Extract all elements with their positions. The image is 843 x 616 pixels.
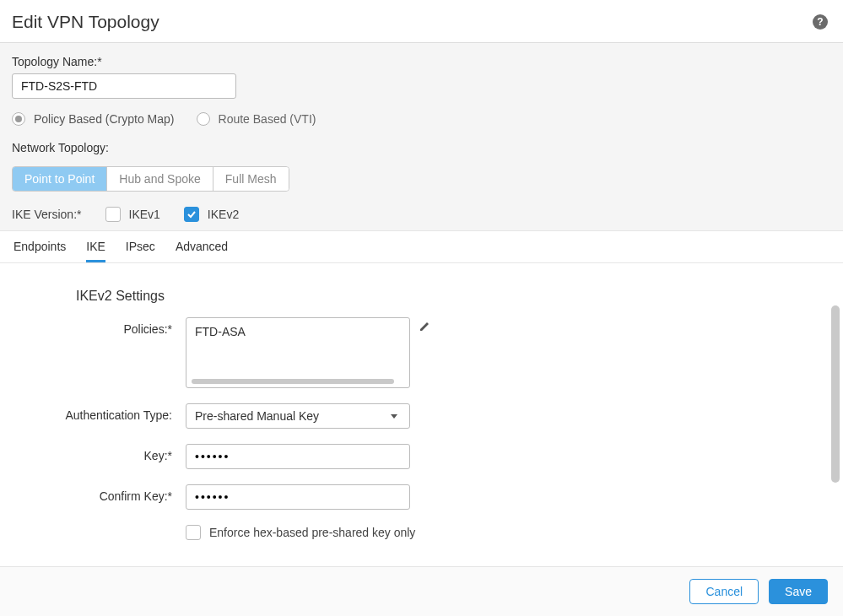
- confirm-key-label: Confirm Key:*: [0, 484, 186, 503]
- tab-advanced[interactable]: Advanced: [176, 231, 228, 262]
- network-topology-label: Network Topology:: [12, 141, 831, 154]
- network-topology-segmented: Point to Point Hub and Spoke Full Mesh: [12, 166, 289, 192]
- route-based-label: Route Based (VTI): [219, 112, 316, 126]
- ikev1-label: IKEv1: [129, 208, 160, 221]
- ikev2-label: IKEv2: [208, 208, 239, 221]
- cancel-button[interactable]: Cancel: [689, 579, 759, 604]
- key-input[interactable]: [186, 444, 410, 469]
- checkbox-checked-icon: [184, 207, 199, 222]
- tab-ike[interactable]: IKE: [86, 231, 105, 262]
- enforce-hex-checkbox[interactable]: Enforce hex-based pre-shared key only: [186, 525, 415, 540]
- key-label: Key:*: [0, 444, 186, 462]
- policy-based-radio[interactable]: Policy Based (Crypto Map): [12, 112, 175, 126]
- confirm-key-input[interactable]: [186, 484, 410, 510]
- help-icon[interactable]: ?: [813, 14, 828, 30]
- route-based-radio[interactable]: Route Based (VTI): [197, 112, 316, 126]
- checkbox-unchecked-icon: [186, 525, 201, 540]
- ike-version-label: IKE Version:*: [12, 208, 82, 221]
- checkbox-unchecked-icon: [105, 207, 121, 222]
- segment-hub-and-spoke[interactable]: Hub and Spoke: [107, 167, 213, 191]
- topology-name-input[interactable]: [12, 73, 236, 99]
- auth-type-value: Pre-shared Manual Key: [195, 409, 319, 423]
- upper-form-section: Topology Name:* Policy Based (Crypto Map…: [0, 43, 843, 263]
- tab-endpoints[interactable]: Endpoints: [14, 231, 66, 262]
- dialog-titlebar: Edit VPN Topology ?: [0, 0, 843, 43]
- segment-full-mesh[interactable]: Full Mesh: [213, 167, 289, 191]
- dialog-footer: Cancel Save: [0, 566, 843, 616]
- policy-based-label: Policy Based (Crypto Map): [34, 112, 175, 126]
- policies-value: FTD-ASA: [195, 325, 246, 338]
- content-scrollbar[interactable]: [831, 263, 840, 566]
- ike-tab-content: IKEv2 Settings Policies:* FTD-ASA Authen…: [0, 263, 843, 566]
- enforce-hex-label: Enforce hex-based pre-shared key only: [209, 526, 415, 539]
- auth-type-label: Authentication Type:: [0, 403, 186, 422]
- save-button[interactable]: Save: [769, 579, 828, 604]
- ikev2-settings-heading: IKEv2 Settings: [76, 289, 843, 304]
- policies-listbox[interactable]: FTD-ASA: [186, 317, 410, 388]
- radio-unselected-icon: [197, 112, 210, 126]
- radio-selected-icon: [12, 112, 25, 126]
- scroll-thumb[interactable]: [831, 305, 840, 483]
- vpn-topology-dialog: Edit VPN Topology ? Topology Name:* Poli…: [0, 0, 843, 616]
- tab-ipsec[interactable]: IPsec: [126, 231, 155, 262]
- segment-point-to-point[interactable]: Point to Point: [13, 167, 107, 191]
- policies-scrollbar[interactable]: [192, 379, 394, 384]
- auth-type-select[interactable]: Pre-shared Manual Key: [186, 403, 410, 429]
- tab-bar: Endpoints IKE IPsec Advanced: [0, 230, 843, 262]
- policies-label: Policies:*: [0, 317, 186, 336]
- ikev2-checkbox[interactable]: IKEv2: [184, 207, 239, 222]
- ikev1-checkbox[interactable]: IKEv1: [105, 207, 160, 222]
- chevron-down-icon: [391, 414, 397, 419]
- dialog-title: Edit VPN Topology: [12, 12, 159, 32]
- topology-name-label: Topology Name:*: [12, 55, 831, 68]
- pencil-icon[interactable]: [419, 321, 430, 335]
